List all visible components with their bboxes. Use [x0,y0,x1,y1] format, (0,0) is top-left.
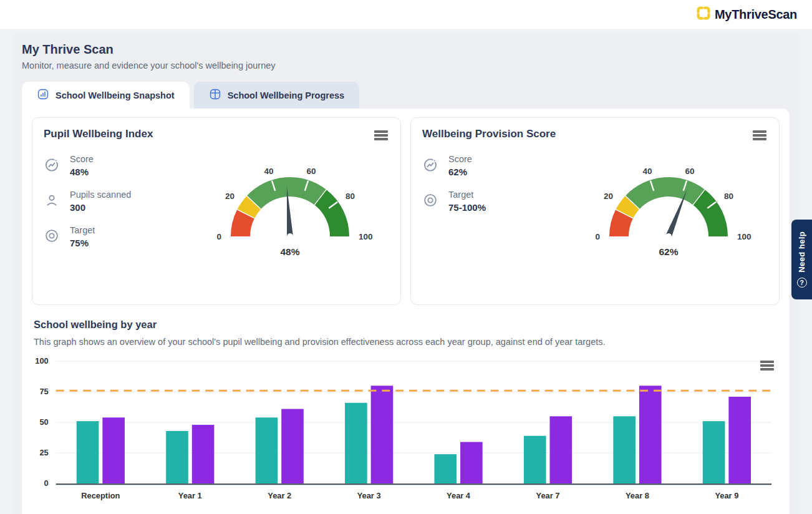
stat-label: Target [448,190,486,200]
brand-logo[interactable]: MyThriveScan [696,6,797,23]
bar-pupil-wellbeing-year-2[interactable] [256,417,278,483]
svg-text:60: 60 [306,167,316,176]
card-wellbeing-provision-score: Wellbeing Provision Score Score62%Target… [410,117,780,305]
tab-label: School Wellbeing Progress [228,90,344,100]
tab-label: School Wellbeing Snapshot [56,90,175,100]
chart-context-menu-button[interactable] [374,130,388,140]
svg-text:Year 3: Year 3 [357,491,381,500]
need-help-label: Need help [797,231,806,273]
svg-text:Year 7: Year 7 [536,491,560,500]
gauge-value-label: 48% [280,246,299,257]
svg-text:Reception: Reception [81,491,120,500]
table-icon [209,88,221,102]
section-title: School wellbeing by year [34,319,778,331]
school-wellbeing-by-year-section: School wellbeing by year This graph show… [32,319,780,512]
stat-label: Target [70,225,95,235]
svg-text:0: 0 [216,232,221,241]
stats-list: Score48%Pupils scanned300Target75% [44,154,190,260]
svg-text:Year 2: Year 2 [268,491,291,500]
gauge-chart: 02040608010062% [569,149,768,260]
bar-chart-plot: 0255075100ReceptionYear 1Year 2Year 3Yea… [34,356,778,512]
bar-provision-effectiveness-year-3[interactable] [371,385,394,483]
tab-bar: School Wellbeing Snapshot School Wellbei… [22,82,790,109]
target-icon [44,228,60,246]
tab-content: Pupil Wellbeing Index Score48%Pupils sca… [22,109,790,514]
svg-text:Year 9: Year 9 [715,491,738,500]
stat-target: Target75-100% [422,190,569,213]
bar-pupil-wellbeing-year-4[interactable] [434,454,457,483]
svg-text:60: 60 [685,167,694,176]
stat-value: 62% [448,167,472,177]
bar-pupil-wellbeing-year-3[interactable] [345,403,367,483]
gauge-svg: 02040608010048% [193,149,387,260]
tab-school-wellbeing-snapshot[interactable]: School Wellbeing Snapshot [22,82,190,109]
bar-provision-effectiveness-reception[interactable] [102,417,125,483]
bar-pupil-wellbeing-year-7[interactable] [524,436,546,483]
section-description: This graph shows an overview of your sch… [34,337,778,347]
bar-pupil-wellbeing-year-9[interactable] [703,421,725,483]
card-pupil-wellbeing-index: Pupil Wellbeing Index Score48%Pupils sca… [32,117,401,305]
stat-label: Pupils scanned [70,190,131,200]
svg-text:25: 25 [39,448,48,457]
gauge-value-label: 62% [659,246,678,257]
bar-chart-svg: 0255075100ReceptionYear 1Year 2Year 3Yea… [34,356,778,509]
brand-name: MyThriveScan [715,7,797,22]
stat-score: Score62% [422,154,569,177]
svg-text:50: 50 [39,417,48,427]
svg-text:40: 40 [642,167,652,176]
bar-pupil-wellbeing-year-1[interactable] [166,431,188,483]
bar-provision-effectiveness-year-2[interactable] [281,409,304,484]
svg-text:100: 100 [359,232,373,241]
main-panel: My Thrive Scan Monitor, measure and evid… [12,32,801,514]
bar-provision-effectiveness-year-1[interactable] [192,425,215,483]
svg-text:100: 100 [35,356,48,366]
bar-pupil-wellbeing-year-8[interactable] [613,416,636,483]
gauge-chart: 02040608010048% [190,149,389,260]
question-circle-icon: ? [797,278,807,288]
chart-context-menu-button[interactable] [760,361,774,371]
target-icon [422,192,438,211]
svg-text:20: 20 [225,192,234,201]
svg-text:Year 1: Year 1 [178,491,202,500]
tab-school-wellbeing-progress[interactable]: School Wellbeing Progress [194,82,359,109]
stat-value: 48% [70,167,94,177]
stat-value: 75-100% [448,202,486,213]
stat-value: 300 [70,202,131,213]
top-bar: MyThriveScan [0,0,812,29]
pupils-icon [44,192,60,211]
stats-list: Score62%Target75-100% [422,154,569,260]
svg-text:75: 75 [39,387,48,396]
page-subtitle: Monitor, measure and evidence your schoo… [22,61,791,70]
score-icon [44,157,60,175]
stat-label: Score [70,154,94,164]
chart-context-menu-button[interactable] [753,130,766,140]
gauge-svg: 02040608010062% [572,149,765,260]
svg-text:0: 0 [595,232,600,241]
bar-provision-effectiveness-year-7[interactable] [549,416,572,483]
card-title: Wellbeing Provision Score [422,128,768,140]
bar-chart-icon [37,88,49,102]
bar-pupil-wellbeing-reception[interactable] [77,421,99,483]
stat-score: Score48% [44,154,190,177]
page-title: My Thrive Scan [22,42,791,57]
bar-provision-effectiveness-year-4[interactable] [460,442,483,484]
stat-target: Target75% [44,225,190,248]
svg-text:Year 4: Year 4 [447,491,471,500]
score-icon [422,157,438,175]
card-title: Pupil Wellbeing Index [44,128,389,140]
svg-text:Year 8: Year 8 [626,491,649,500]
bar-provision-effectiveness-year-9[interactable] [728,397,751,483]
svg-text:20: 20 [603,192,612,201]
bar-chart: 0255075100ReceptionYear 1Year 2Year 3Yea… [34,356,778,512]
svg-text:0: 0 [44,478,49,488]
scan-corners-icon [696,6,711,23]
svg-text:40: 40 [264,167,273,176]
svg-text:80: 80 [723,192,733,201]
svg-text:100: 100 [737,232,752,241]
need-help-button[interactable]: Need help ? [791,220,812,299]
stat-value: 75% [70,238,95,248]
stat-pupils-scanned: Pupils scanned300 [44,190,190,213]
stat-label: Score [448,154,472,164]
bar-provision-effectiveness-year-8[interactable] [639,385,662,483]
svg-text:80: 80 [345,192,354,201]
